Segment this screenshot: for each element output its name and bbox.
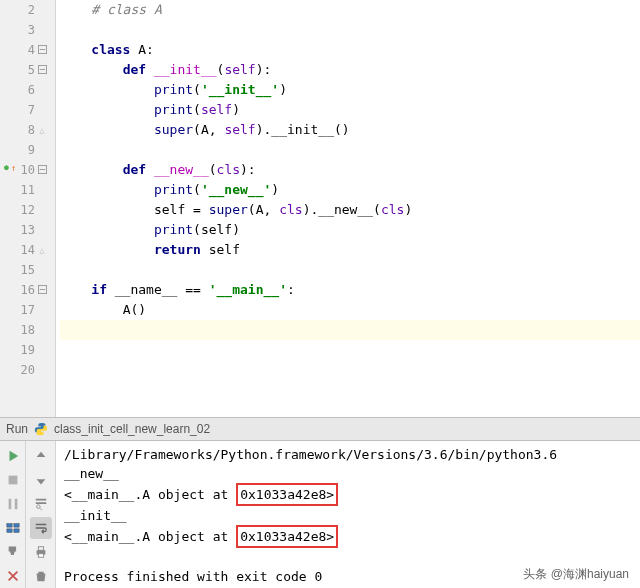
- code-editor: 2345678△91011121314△151617181920 # class…: [0, 0, 640, 417]
- line-number: 2: [15, 3, 35, 17]
- line-number: 6: [15, 83, 35, 97]
- svg-rect-16: [35, 502, 46, 504]
- trash-button[interactable]: [30, 565, 52, 587]
- code-line[interactable]: A(): [60, 300, 640, 320]
- code-line[interactable]: if __name__ == '__main__':: [60, 280, 640, 300]
- gutter-row: 7: [0, 100, 55, 120]
- code-line[interactable]: def __init__(self):: [60, 60, 640, 80]
- fold-icon[interactable]: [38, 285, 47, 296]
- fold-end-icon[interactable]: △: [40, 126, 45, 135]
- line-number: 19: [15, 343, 35, 357]
- line-number: 13: [15, 223, 35, 237]
- gutter-row: 13: [0, 220, 55, 240]
- fold-end-icon[interactable]: △: [40, 246, 45, 255]
- line-number: 16: [15, 283, 35, 297]
- code-line[interactable]: print(self): [60, 220, 640, 240]
- python-icon: [34, 422, 48, 436]
- console-line: __new__: [64, 464, 632, 483]
- gutter-row: 12: [0, 200, 55, 220]
- line-number: 5: [15, 63, 35, 77]
- up-button[interactable]: [30, 445, 52, 467]
- code-line[interactable]: class A:: [60, 40, 640, 60]
- memory-address-highlight: 0x1033a42e8>: [236, 525, 338, 548]
- console-line: <__main__.A object at 0x1033a42e8>: [64, 525, 632, 548]
- code-line[interactable]: print('__new__'): [60, 180, 640, 200]
- code-line[interactable]: # class A: [60, 0, 640, 20]
- run-tool-window-header: Run class_init_cell_new_learn_02: [0, 417, 640, 441]
- gutter-row: 14△: [0, 240, 55, 260]
- code-line[interactable]: [60, 320, 640, 340]
- gutter-row: 18: [0, 320, 55, 340]
- svg-rect-20: [38, 554, 43, 558]
- run-toolbar-右: [26, 441, 56, 588]
- code-line[interactable]: super(A, self).__init__(): [60, 120, 640, 140]
- code-line[interactable]: print(self): [60, 100, 640, 120]
- gutter-row: 19: [0, 340, 55, 360]
- line-number: 18: [15, 323, 35, 337]
- memory-address-highlight: 0x1033a42e8>: [236, 483, 338, 506]
- run-config-name: class_init_cell_new_learn_02: [54, 422, 210, 436]
- code-line[interactable]: self = super(A, cls).__new__(cls): [60, 200, 640, 220]
- gutter-row: 4: [0, 40, 55, 60]
- stop-button[interactable]: [2, 469, 24, 491]
- pause-button[interactable]: [2, 493, 24, 515]
- run-marker-icon[interactable]: [4, 165, 14, 175]
- line-number: 3: [15, 23, 35, 37]
- line-number: 10: [15, 163, 35, 177]
- print-button[interactable]: [30, 541, 52, 563]
- console-line: <__main__.A object at 0x1033a42e8>: [64, 483, 632, 506]
- editor-gutter: 2345678△91011121314△151617181920: [0, 0, 56, 417]
- gutter-row: 5: [0, 60, 55, 80]
- line-number: 17: [15, 303, 35, 317]
- code-line[interactable]: [60, 140, 640, 160]
- console-line: /Library/Frameworks/Python.framework/Ver…: [64, 445, 632, 464]
- code-line[interactable]: [60, 340, 640, 360]
- rerun-button[interactable]: [2, 445, 24, 467]
- line-number: 20: [15, 363, 35, 377]
- svg-rect-12: [13, 524, 18, 528]
- code-line[interactable]: def __new__(cls):: [60, 160, 640, 180]
- fold-icon[interactable]: [38, 45, 47, 56]
- watermark: 头条 @海渊haiyuan: [520, 565, 632, 584]
- layout-button[interactable]: [2, 517, 24, 539]
- line-number: 15: [15, 263, 35, 277]
- run-toolbar-left: [0, 441, 26, 588]
- code-line[interactable]: [60, 360, 640, 380]
- gutter-row: 15: [0, 260, 55, 280]
- line-number: 8: [15, 123, 35, 137]
- code-line[interactable]: print('__init__'): [60, 80, 640, 100]
- gutter-row: 3: [0, 20, 55, 40]
- run-label: Run: [6, 422, 28, 436]
- line-number: 9: [15, 143, 35, 157]
- code-line[interactable]: return self: [60, 240, 640, 260]
- line-number: 7: [15, 103, 35, 117]
- svg-rect-14: [13, 529, 18, 533]
- gutter-row: 2: [0, 0, 55, 20]
- gutter-row: 10: [0, 160, 55, 180]
- code-line[interactable]: [60, 20, 640, 40]
- code-area[interactable]: # class A class A: def __init__(self): p…: [56, 0, 640, 417]
- gutter-row: 11: [0, 180, 55, 200]
- fold-icon[interactable]: [38, 65, 47, 76]
- code-line[interactable]: [60, 260, 640, 280]
- svg-rect-19: [38, 547, 43, 551]
- down-button[interactable]: [30, 469, 52, 491]
- line-number: 14: [15, 243, 35, 257]
- soft-wrap-button[interactable]: [30, 517, 52, 539]
- line-number: 4: [15, 43, 35, 57]
- close-button[interactable]: [2, 565, 24, 587]
- console-line: __init__: [64, 506, 632, 525]
- gutter-row: 16: [0, 280, 55, 300]
- svg-rect-11: [6, 524, 11, 528]
- gutter-row: 9: [0, 140, 55, 160]
- gutter-row: 6: [0, 80, 55, 100]
- svg-rect-10: [14, 499, 17, 510]
- svg-rect-9: [8, 499, 11, 510]
- gutter-row: 20: [0, 360, 55, 380]
- svg-rect-8: [8, 476, 17, 485]
- filter-button[interactable]: [30, 493, 52, 515]
- pin-button[interactable]: [2, 541, 24, 563]
- fold-icon[interactable]: [38, 165, 47, 176]
- gutter-row: 17: [0, 300, 55, 320]
- svg-point-17: [36, 505, 40, 509]
